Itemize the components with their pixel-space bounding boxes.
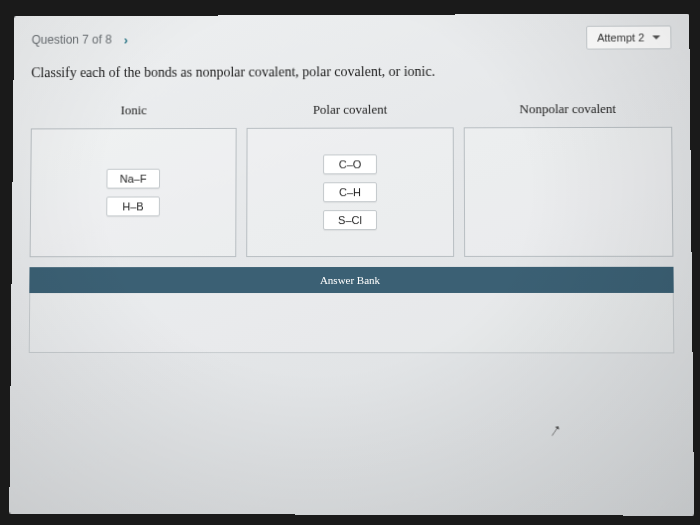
cursor-icon: ⭧	[547, 421, 563, 439]
question-counter: Question 7 of 8	[32, 32, 112, 46]
bond-tile[interactable]: Na–F	[106, 168, 160, 188]
question-nav: Question 7 of 8 ›	[32, 32, 128, 47]
column-nonpolar: Nonpolar covalent	[464, 100, 674, 256]
bond-tile[interactable]: C–H	[323, 182, 377, 202]
column-ionic: Ionic Na–F H–B	[30, 102, 237, 257]
attempt-dropdown[interactable]: Attempt 2	[586, 25, 671, 49]
bond-tile[interactable]: H–B	[106, 196, 160, 216]
classification-columns: Ionic Na–F H–B Polar covalent C–O C–H S–…	[30, 100, 674, 256]
dropzone-ionic[interactable]: Na–F H–B	[30, 127, 237, 256]
column-title: Nonpolar covalent	[519, 101, 616, 117]
next-question-icon[interactable]: ›	[124, 32, 128, 47]
column-title: Ionic	[120, 102, 147, 118]
answer-bank-body[interactable]	[29, 292, 675, 352]
chevron-down-icon	[652, 35, 660, 39]
top-bar: Question 7 of 8 › Attempt 2	[32, 25, 672, 51]
answer-bank-title: Answer Bank	[29, 266, 673, 292]
dropzone-polar[interactable]: C–O C–H S–Cl	[246, 127, 454, 257]
answer-bank: Answer Bank	[29, 266, 675, 353]
quiz-page: Question 7 of 8 › Attempt 2 Classify eac…	[9, 13, 694, 515]
bond-tile[interactable]: S–Cl	[323, 210, 377, 230]
attempt-label: Attempt 2	[597, 31, 644, 43]
column-polar: Polar covalent C–O C–H S–Cl	[246, 101, 454, 257]
vignette-overlay	[9, 13, 694, 515]
column-title: Polar covalent	[313, 101, 387, 117]
bond-tile[interactable]: C–O	[323, 154, 377, 174]
question-prompt: Classify each of the bonds as nonpolar c…	[31, 63, 671, 81]
dropzone-nonpolar[interactable]	[464, 126, 674, 256]
